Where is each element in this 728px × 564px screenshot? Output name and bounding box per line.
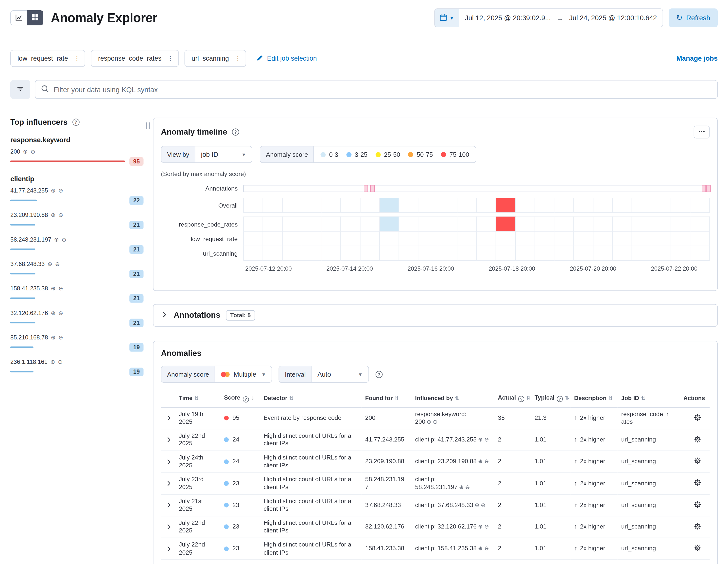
filter-out-icon[interactable]: ⊖	[58, 286, 63, 291]
swimlane-cell[interactable]	[380, 246, 399, 261]
sort-icon[interactable]: ⇅	[565, 395, 569, 400]
expand-row-button[interactable]	[165, 479, 173, 488]
expand-row-button[interactable]	[165, 545, 173, 553]
row-actions-button[interactable]	[693, 434, 702, 445]
filter-in-icon[interactable]: ⊕	[459, 484, 464, 491]
swimlane-cell[interactable]	[651, 246, 671, 261]
filter-out-icon[interactable]: ⊖	[484, 545, 489, 552]
help-icon[interactable]: ?	[232, 128, 239, 136]
swimlane-cell[interactable]	[477, 216, 496, 231]
sort-desc-icon[interactable]: ↓	[251, 394, 254, 401]
swimlane-cell[interactable]	[457, 246, 477, 261]
swimlane-cell[interactable]	[418, 246, 438, 261]
swimlane-cell[interactable]	[671, 246, 690, 261]
annotation-mark[interactable]	[706, 185, 711, 192]
swimlane-cell[interactable]	[283, 216, 302, 231]
filter-options-button[interactable]	[10, 80, 30, 99]
row-actions-button[interactable]	[693, 413, 702, 423]
filter-out-icon[interactable]: ⊖	[62, 237, 66, 243]
filter-out-icon[interactable]: ⊖	[433, 419, 437, 425]
swimlane-cell[interactable]	[341, 216, 360, 231]
column-header-actual[interactable]: Actual?⇅	[494, 391, 531, 407]
swimlane-cell[interactable]	[671, 216, 690, 231]
kebab-menu-icon[interactable]: ⋮	[167, 55, 174, 62]
sort-icon[interactable]: ⇅	[194, 395, 199, 401]
expand-row-button[interactable]	[165, 414, 173, 422]
filter-in-icon[interactable]: ⊕	[54, 237, 59, 243]
job-chip-low-request-rate[interactable]: low_request_rate⋮	[10, 50, 85, 67]
expand-row-button[interactable]	[165, 501, 173, 509]
column-header-influenced-by[interactable]: Influenced by⇅	[411, 391, 494, 407]
swimlane-cell[interactable]	[613, 198, 632, 213]
help-icon[interactable]: ?	[72, 119, 79, 126]
swimlane-cell[interactable]	[593, 246, 613, 261]
swimlane-cell[interactable]	[555, 231, 574, 246]
swimlane-cell[interactable]	[516, 246, 535, 261]
sort-icon[interactable]: ⇅	[526, 395, 531, 400]
filter-in-icon[interactable]: ⊕	[478, 545, 483, 552]
sort-icon[interactable]: ⇅	[455, 395, 459, 401]
swimlane-cell[interactable]	[690, 246, 710, 261]
swimlane-cell[interactable]	[438, 216, 457, 231]
swimlane-cell[interactable]	[438, 198, 457, 213]
swimlane-cell[interactable]	[360, 231, 380, 246]
swimlane-cell[interactable]	[535, 231, 555, 246]
charts-view-button[interactable]	[10, 10, 27, 25]
swimlane-cell[interactable]	[418, 198, 438, 213]
swimlane-cell[interactable]	[302, 246, 321, 261]
swimlane-cell[interactable]	[671, 231, 690, 246]
swimlane-cell[interactable]	[263, 231, 283, 246]
row-actions-button[interactable]	[693, 456, 702, 467]
filter-out-icon[interactable]: ⊖	[31, 149, 35, 154]
swimlane-cell[interactable]	[632, 246, 652, 261]
swimlane-cell[interactable]	[574, 231, 593, 246]
swimlane-cell[interactable]	[632, 198, 652, 213]
swimlane-cell[interactable]	[516, 231, 535, 246]
date-start[interactable]: Jul 12, 2025 @ 20:39:02.9...	[459, 9, 556, 27]
swimlane-cell[interactable]	[535, 216, 555, 231]
kql-filter-input[interactable]	[54, 86, 712, 93]
annotations-expand-button[interactable]	[161, 311, 168, 319]
swimlane-cell[interactable]	[651, 198, 671, 213]
row-actions-button[interactable]	[693, 500, 702, 511]
swimlane-cell[interactable]	[613, 216, 632, 231]
calendar-button[interactable]: ▼	[435, 9, 459, 27]
swimlane-cell[interactable]	[593, 198, 613, 213]
swimlane-cell[interactable]	[243, 198, 263, 213]
swimlane-cell[interactable]	[516, 216, 535, 231]
swimlane-cell[interactable]	[496, 231, 516, 246]
swimlane-cell[interactable]	[477, 231, 496, 246]
swimlane-cell[interactable]	[418, 216, 438, 231]
kebab-menu-icon[interactable]: ⋮	[74, 55, 80, 62]
swimlane-cell[interactable]	[457, 198, 477, 213]
refresh-button[interactable]: ↻ Refresh	[669, 8, 718, 27]
swimlane-cell[interactable]	[263, 198, 283, 213]
annotation-mark[interactable]	[364, 185, 368, 192]
filter-out-icon[interactable]: ⊖	[484, 458, 489, 465]
swimlane-cell[interactable]	[399, 198, 418, 213]
swimlane-cell[interactable]	[438, 246, 457, 261]
annotation-mark[interactable]	[370, 185, 375, 192]
swimlane-cell[interactable]	[457, 216, 477, 231]
filter-in-icon[interactable]: ⊕	[51, 335, 55, 340]
filter-in-icon[interactable]: ⊕	[23, 149, 28, 154]
expand-row-button[interactable]	[165, 523, 173, 531]
sort-icon[interactable]: ⇅	[395, 395, 399, 401]
swimlane-cell[interactable]	[613, 231, 632, 246]
swimlane-cell[interactable]	[613, 246, 632, 261]
sort-icon[interactable]: ⇅	[641, 395, 645, 401]
swimlane-cell[interactable]	[302, 198, 321, 213]
filter-in-icon[interactable]: ⊕	[51, 310, 55, 316]
filter-in-icon[interactable]: ⊕	[478, 524, 483, 530]
swimlane-cell[interactable]	[593, 231, 613, 246]
filter-out-icon[interactable]: ⊖	[484, 436, 489, 443]
job-chip-response-code-rates[interactable]: response_code_rates⋮	[91, 50, 179, 67]
annotation-mark[interactable]	[702, 185, 706, 192]
swimlane-cell[interactable]	[555, 246, 574, 261]
swimlane-cell[interactable]	[321, 216, 341, 231]
swimlane-cell[interactable]	[321, 246, 341, 261]
help-icon[interactable]: ?	[518, 396, 524, 402]
swimlane-cell[interactable]	[380, 216, 399, 231]
edit-job-selection-button[interactable]: Edit job selection	[257, 54, 317, 62]
swimlane-cell[interactable]	[690, 216, 710, 231]
